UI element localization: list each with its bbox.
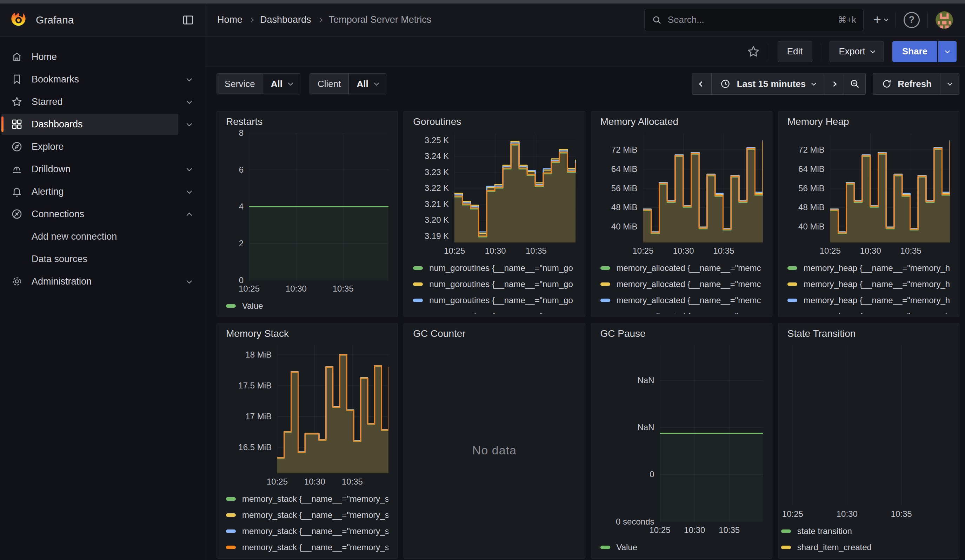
panel-title[interactable]: Memory Heap xyxy=(787,116,950,133)
chevron-up-icon[interactable] xyxy=(178,211,200,217)
sidebar-item-label: Explore xyxy=(31,141,64,152)
plot-area[interactable] xyxy=(643,133,763,242)
legend-item[interactable]: Value xyxy=(226,298,388,314)
panel-title[interactable]: Memory Allocated xyxy=(600,116,763,133)
plot-area[interactable] xyxy=(277,345,388,473)
legend-swatch-blue xyxy=(413,299,423,302)
x-tick-label: 10:30 xyxy=(304,477,325,487)
search-input[interactable]: ⌘+k xyxy=(644,9,864,31)
refresh-button[interactable]: Refresh xyxy=(873,73,940,95)
legend-item[interactable]: memory_allocated {__name__="memc xyxy=(600,276,763,292)
legend-label: memory_stack {__name__="memory_s xyxy=(242,510,388,520)
y-tick-label: 3.20 K xyxy=(425,215,449,225)
legend-item[interactable]: num_goroutines {__name__="num_go xyxy=(413,276,576,292)
sidebar-item-label: Administration xyxy=(31,276,92,287)
favorite-star-icon[interactable] xyxy=(746,44,761,59)
legend-swatch-orange xyxy=(226,545,236,549)
sidebar-link[interactable]: Starred xyxy=(2,91,178,112)
legend-item[interactable]: memory_allocated {__name__="memc xyxy=(600,292,763,309)
plot-area[interactable] xyxy=(249,133,388,280)
export-button[interactable]: Export xyxy=(829,41,884,62)
legend-item[interactable]: memory_allocated {__name__="memc xyxy=(600,260,763,276)
plot-area[interactable] xyxy=(830,133,950,242)
add-new-button[interactable]: + xyxy=(873,12,888,28)
plot-area[interactable] xyxy=(785,345,950,506)
brand-name: Grafana xyxy=(36,14,182,26)
clock-icon xyxy=(720,78,731,89)
x-axis: 10:2510:3010:35 xyxy=(455,242,576,259)
sidebar-item-label: Starred xyxy=(31,96,63,107)
legend-item[interactable]: memory_stack {__name__="memory_s xyxy=(226,539,388,555)
legend-swatch-yellow xyxy=(413,282,423,286)
legend-label: Value xyxy=(242,301,263,311)
panel-title[interactable]: GC Counter xyxy=(413,328,576,345)
breadcrumb-item: Temporal Server Metrics xyxy=(329,15,432,25)
plot-area[interactable] xyxy=(455,133,576,242)
legend-item[interactable]: memory_heap {__name__="memory_h xyxy=(787,276,950,292)
y-tick-label: 16.5 MiB xyxy=(238,442,272,452)
x-tick-label: 10:30 xyxy=(684,525,705,535)
time-shift-back-button[interactable] xyxy=(692,73,711,95)
panel-title[interactable]: Memory Stack xyxy=(226,328,388,345)
x-axis: 10:2510:3010:35 xyxy=(277,473,388,490)
grafana-app: Grafana HomeDashboardsTemporal Server Me… xyxy=(0,3,965,560)
legend-item[interactable]: num_goroutines {__name__="num_go xyxy=(413,260,576,276)
sidebar-link[interactable]: Home xyxy=(2,46,178,67)
client-variable-dropdown[interactable]: Client All xyxy=(309,73,386,95)
legend-item[interactable]: num_goroutines {__name__="num_go xyxy=(413,309,576,314)
refresh-interval-chevron-icon[interactable] xyxy=(940,73,959,95)
legend-item[interactable]: memory_stack {__name__="memory_s xyxy=(226,507,388,523)
sidebar-link[interactable]: Explore xyxy=(2,136,178,157)
sidebar-link[interactable]: Alerting xyxy=(2,181,178,202)
legend-item[interactable]: state transition xyxy=(781,523,950,539)
sidebar-link[interactable]: Drilldown xyxy=(2,158,178,180)
share-dropdown-chevron-icon[interactable] xyxy=(938,41,957,62)
panel-title[interactable]: Goroutines xyxy=(413,116,576,133)
time-range-picker[interactable]: Last 15 minutes xyxy=(711,73,824,95)
zoom-out-time-icon[interactable] xyxy=(844,73,866,95)
service-variable-dropdown[interactable]: Service All xyxy=(216,73,300,95)
chevron-down-icon[interactable] xyxy=(178,123,200,126)
share-button[interactable]: Share xyxy=(892,41,937,62)
panel-title[interactable]: GC Pause xyxy=(600,328,763,345)
chevron-down-icon[interactable] xyxy=(178,101,200,103)
gear-icon xyxy=(6,276,27,287)
legend-swatch-green xyxy=(781,529,791,533)
plot-area[interactable] xyxy=(660,345,763,522)
help-icon[interactable]: ? xyxy=(904,12,920,28)
legend-item[interactable]: memory_stack {__name__="memory_s xyxy=(226,491,388,507)
legend-label: memory_allocated {__name__="memc xyxy=(617,296,761,305)
sidebar-link[interactable]: Administration xyxy=(2,271,178,292)
sidebar-link[interactable]: Bookmarks xyxy=(2,69,178,90)
legend-item[interactable]: memory_stack {__name__="memory_s xyxy=(226,523,388,539)
legend-item[interactable]: memory_heap {__name__="memory_h xyxy=(787,260,950,276)
panel-title[interactable]: Restarts xyxy=(226,116,388,133)
dock-menu-toggle-icon[interactable] xyxy=(182,14,195,26)
legend-item[interactable]: memory_heap {__name__="memory_h xyxy=(787,292,950,309)
legend-item[interactable]: shard_item_created xyxy=(781,539,950,555)
chevron-down-icon[interactable] xyxy=(178,191,200,193)
x-tick-label: 10:30 xyxy=(286,284,307,294)
breadcrumb-item[interactable]: Dashboards xyxy=(260,15,311,25)
legend-item[interactable]: Value xyxy=(600,539,763,555)
panel-title[interactable]: State Transition xyxy=(787,328,950,345)
search-field[interactable] xyxy=(668,15,833,25)
edit-button[interactable]: Edit xyxy=(778,41,812,62)
legend-item[interactable]: memory_heap {__name__="memory_h xyxy=(787,309,950,314)
legend: num_goroutines {__name__="num_gonum_goro… xyxy=(413,259,576,314)
chevron-down-icon[interactable] xyxy=(178,78,200,81)
time-shift-forward-button[interactable] xyxy=(824,73,844,95)
sidebar-subitem-data-sources[interactable]: Data sources xyxy=(2,248,200,270)
sidebar-subitem-add-new-connection[interactable]: Add new connection xyxy=(2,225,200,248)
legend: memory_stack {__name__="memory_smemory_s… xyxy=(226,490,388,555)
legend-item[interactable]: num_goroutines {__name__="num_go xyxy=(413,292,576,309)
chevron-down-icon[interactable] xyxy=(178,168,200,171)
bell-icon xyxy=(6,186,27,198)
breadcrumb-item[interactable]: Home xyxy=(217,15,242,25)
user-avatar[interactable] xyxy=(936,11,953,29)
legend-item[interactable]: memory_allocated {__name__="memc xyxy=(600,309,763,314)
sidebar-link[interactable]: Connections xyxy=(2,204,178,225)
apps-icon xyxy=(6,118,27,130)
chevron-down-icon[interactable] xyxy=(178,280,200,283)
sidebar-link[interactable]: Dashboards xyxy=(2,114,178,135)
